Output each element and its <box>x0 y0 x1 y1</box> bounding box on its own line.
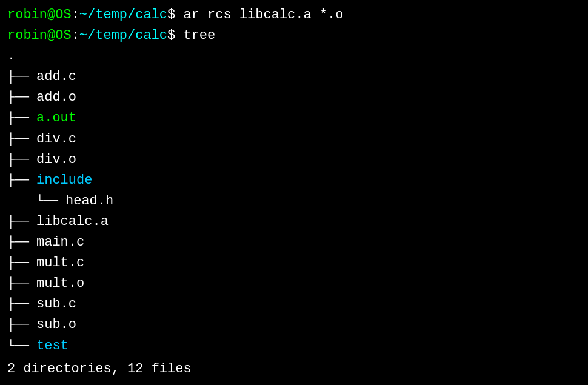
tree-item: ├── div.o <box>7 150 581 170</box>
terminal: robin@OS:~/temp/calc$ ar rcs libcalc.a *… <box>0 0 588 385</box>
tree-connector: ├── <box>7 109 36 127</box>
tree-item: ├── a.out <box>7 108 581 129</box>
tree-item-name: sub.o <box>36 315 76 335</box>
command-line-2: robin@OS:~/temp/calc$ tree <box>7 25 581 46</box>
tree-connector: ├── <box>7 233 36 252</box>
tree-item: ├── mult.o <box>7 273 581 294</box>
tree-item: ├── div.c <box>7 129 581 150</box>
tree-connector: ├── <box>7 171 36 190</box>
tree-item: ├── include <box>7 170 581 191</box>
tree-item: └── test <box>7 336 581 357</box>
summary-text: 2 directories, 12 files <box>7 359 192 380</box>
prompt-colon-2: : <box>72 25 79 46</box>
tree-item-name: div.c <box>36 129 76 150</box>
tree-item-name: sub.c <box>36 294 76 315</box>
tree-item: └── head.h <box>7 191 581 212</box>
prompt-dollar-2: $ <box>167 25 175 46</box>
tree-connector: ├── <box>7 253 36 272</box>
tree-item: ├── libcalc.a <box>7 212 581 232</box>
tree-item-name: add.c <box>36 67 76 87</box>
tree-item-name: a.out <box>36 108 76 129</box>
summary-line: 2 directories, 12 files <box>7 359 581 380</box>
tree-item-name: head.h <box>65 191 113 212</box>
tree-root-line: . <box>7 46 581 67</box>
tree-item-name: libcalc.a <box>36 212 109 232</box>
tree-connector: └── <box>7 192 65 210</box>
tree-root-dot: . <box>7 46 15 67</box>
tree-connector: ├── <box>7 88 36 107</box>
tree-connector: ├── <box>7 274 36 293</box>
tree-item-name: div.o <box>36 150 76 170</box>
tree-item-name: mult.o <box>36 273 84 294</box>
tree-item-name: test <box>36 336 68 357</box>
tree-item-name: mult.c <box>36 253 84 273</box>
tree-connector: ├── <box>7 295 36 313</box>
tree-connector: ├── <box>7 212 36 231</box>
tree-connector: ├── <box>7 130 36 149</box>
tree-item-name: add.o <box>36 87 76 108</box>
tree-item-name: include <box>36 170 92 191</box>
prompt-colon-1: : <box>72 5 79 25</box>
tree-item-name: main.c <box>36 232 84 253</box>
tree-item: ├── main.c <box>7 232 581 253</box>
tree-connector: ├── <box>7 67 36 86</box>
tree-item: ├── sub.c <box>7 294 581 315</box>
command-line-1: robin@OS:~/temp/calc$ ar rcs libcalc.a *… <box>7 5 581 25</box>
command-text-2: tree <box>175 25 215 46</box>
prompt-path-2: ~/temp/calc <box>79 25 167 46</box>
prompt-path-1: ~/temp/calc <box>79 5 167 25</box>
tree-item: ├── add.o <box>7 87 581 108</box>
tree-item: ├── mult.c <box>7 253 581 273</box>
tree-item: ├── add.c <box>7 67 581 87</box>
command-text-1: ar rcs libcalc.a *.o <box>175 5 343 25</box>
prompt-user-2: robin@OS <box>7 25 72 46</box>
tree-connector: └── <box>7 336 36 355</box>
tree-container: ├── add.c├── add.o├── a.out├── div.c├── … <box>7 67 581 356</box>
tree-item: ├── sub.o <box>7 315 581 335</box>
tree-connector: ├── <box>7 315 36 334</box>
prompt-dollar-1: $ <box>167 5 175 25</box>
tree-connector: ├── <box>7 150 36 169</box>
prompt-user-1: robin@OS <box>7 5 72 25</box>
